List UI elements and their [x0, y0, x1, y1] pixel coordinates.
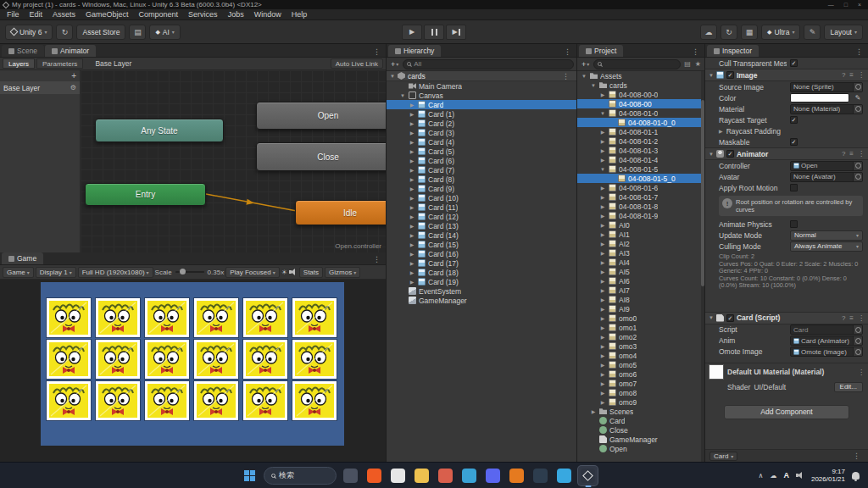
- foldout-arrow[interactable]: ▼: [709, 73, 714, 78]
- controller-field[interactable]: Open: [790, 161, 863, 171]
- raycast-target-checkbox[interactable]: ✓: [790, 116, 798, 124]
- ultra-dropdown[interactable]: ◆Ultra▾: [761, 25, 800, 40]
- hierarchy-item[interactable]: ▶ Card (18): [387, 268, 576, 277]
- foldout-arrow[interactable]: ▶: [599, 241, 606, 247]
- object-picker-icon[interactable]: [853, 336, 862, 345]
- add-layer-button[interactable]: +: [71, 71, 76, 80]
- game-card[interactable]: [292, 340, 337, 379]
- game-card[interactable]: [47, 298, 91, 337]
- taskbar-clock[interactable]: 9:17 2026/01/21: [811, 468, 845, 484]
- hierarchy-item[interactable]: ▶ Card (4): [387, 137, 576, 147]
- project-item[interactable]: ▶ 04-008-00-0: [577, 90, 704, 99]
- game-card[interactable]: [47, 381, 91, 420]
- foldout-arrow[interactable]: ▶: [599, 231, 606, 237]
- scale-slider[interactable]: [175, 271, 204, 273]
- project-item[interactable]: ▶ omo3: [577, 341, 704, 351]
- image-component-header[interactable]: ▼ ✓ Image ?≡⋮: [705, 69, 868, 81]
- display-dropdown[interactable]: Display 1▾: [36, 267, 76, 278]
- undo-history-icon[interactable]: ↻: [721, 25, 737, 40]
- foldout-arrow[interactable]: ▶: [599, 352, 606, 358]
- hierarchy-item[interactable]: ▶ Card (10): [387, 193, 576, 202]
- taskbar-app-chrome[interactable]: [436, 466, 455, 485]
- project-item[interactable]: ▶ 04-008-01-2: [577, 136, 704, 146]
- add-component-button[interactable]: Add Component: [724, 405, 849, 419]
- panel-menu-icon[interactable]: ⋮: [370, 255, 384, 263]
- taskbar-app-brave[interactable]: [364, 466, 384, 485]
- foldout-arrow[interactable]: ▶: [719, 128, 723, 134]
- volume-icon[interactable]: [796, 472, 804, 479]
- hierarchy-item[interactable]: ▶ Card (11): [387, 202, 576, 212]
- hierarchy-item[interactable]: EventSystem: [387, 286, 576, 296]
- foldout-arrow[interactable]: ▶: [599, 129, 606, 135]
- component-menu-icon[interactable]: ⋮: [858, 71, 865, 79]
- foldout-arrow[interactable]: ▶: [409, 186, 415, 191]
- culling-mode-dropdown[interactable]: Always Animate▾: [790, 241, 863, 252]
- project-item[interactable]: ▶ AI9: [577, 304, 704, 313]
- project-item[interactable]: ▶ omo5: [577, 360, 704, 369]
- presets-icon[interactable]: ≡: [849, 71, 854, 79]
- taskbar-app-telegram[interactable]: [554, 466, 574, 485]
- component-menu-icon[interactable]: ⋮: [858, 150, 865, 158]
- material-header[interactable]: Default UI Material (Material) ⋮: [705, 363, 868, 381]
- foldout-arrow[interactable]: ▼: [709, 315, 714, 320]
- game-mode-dropdown[interactable]: Game▾: [3, 267, 34, 278]
- foldout-arrow[interactable]: ▶: [409, 139, 415, 145]
- scene-menu-icon[interactable]: ⋮: [559, 72, 573, 80]
- unity-version-button[interactable]: Unity 6▾: [5, 25, 53, 40]
- color-swatch[interactable]: [790, 93, 849, 103]
- project-item[interactable]: ▶ omo1: [577, 323, 704, 332]
- hierarchy-item[interactable]: ▶ Card (8): [387, 175, 576, 184]
- image-enabled-checkbox[interactable]: ✓: [726, 71, 734, 79]
- foldout-arrow[interactable]: ▶: [599, 222, 606, 228]
- foldout-arrow[interactable]: ▶: [599, 371, 606, 377]
- state-idle[interactable]: Idle: [295, 200, 386, 225]
- object-picker-icon[interactable]: [853, 347, 862, 356]
- game-card[interactable]: [145, 298, 189, 337]
- panel-menu-icon[interactable]: ⋮: [688, 47, 703, 56]
- game-card[interactable]: [292, 381, 337, 420]
- object-picker-icon[interactable]: [853, 105, 862, 114]
- foldout-arrow[interactable]: ▶: [409, 241, 415, 247]
- state-close[interactable]: Close: [256, 142, 386, 171]
- parameters-tab[interactable]: Parameters: [36, 58, 83, 69]
- hierarchy-item[interactable]: ▶ Card (9): [387, 184, 576, 193]
- menu-item[interactable]: Services: [183, 9, 223, 19]
- foldout-arrow[interactable]: ▶: [409, 269, 415, 275]
- foldout-arrow[interactable]: ▶: [599, 390, 606, 396]
- project-item[interactable]: ▶ 04-008-01-1: [577, 127, 704, 136]
- foldout-arrow[interactable]: ▶: [599, 269, 606, 274]
- project-item[interactable]: ▶ omo7: [577, 379, 704, 388]
- hierarchy-item[interactable]: ▶ Card (6): [387, 156, 576, 165]
- foldout-arrow[interactable]: ▶: [599, 306, 606, 312]
- update-mode-dropdown[interactable]: Normal▾: [790, 230, 863, 241]
- taskbar-app-vlc[interactable]: [507, 466, 526, 485]
- tab-project[interactable]: Project: [579, 45, 623, 57]
- asset-store-button[interactable]: Asset Store: [76, 25, 125, 40]
- project-item[interactable]: GameManager: [577, 435, 704, 444]
- game-card[interactable]: [194, 298, 238, 337]
- hierarchy-item[interactable]: ▶ Card (14): [387, 230, 576, 240]
- foldout-arrow[interactable]: ▶: [599, 287, 606, 293]
- source-image-field[interactable]: None (Sprite): [790, 82, 863, 92]
- project-item[interactable]: ▶ omo2: [577, 332, 704, 341]
- foldout-arrow[interactable]: ▶: [599, 297, 606, 302]
- foldout-arrow[interactable]: ▶: [409, 148, 415, 154]
- omote-image-field[interactable]: Omote (Image): [790, 347, 863, 357]
- tab-animator[interactable]: Animator: [45, 45, 96, 57]
- menu-item[interactable]: Component: [134, 9, 184, 19]
- project-item[interactable]: ▶ omo8: [577, 388, 704, 397]
- project-item[interactable]: ▶ omo9: [577, 397, 704, 407]
- foldout-arrow[interactable]: ▶: [599, 343, 606, 349]
- ime-mode-indicator[interactable]: A: [783, 471, 789, 480]
- game-card[interactable]: [145, 340, 189, 379]
- hierarchy-item[interactable]: ▶ Card (16): [387, 249, 576, 258]
- asset-bundle-dropdown[interactable]: Card▾: [709, 452, 737, 461]
- project-item[interactable]: Open: [577, 444, 704, 453]
- hierarchy-item[interactable]: ▶ Card (7): [387, 165, 576, 175]
- game-card[interactable]: [243, 381, 287, 420]
- foldout-arrow[interactable]: ▶: [590, 408, 597, 414]
- paint-icon[interactable]: ✎: [804, 25, 821, 40]
- panel-menu-icon[interactable]: ⋮: [560, 47, 575, 56]
- panel-menu-icon[interactable]: ⋮: [852, 47, 866, 56]
- foldout-arrow[interactable]: ▶: [409, 251, 415, 257]
